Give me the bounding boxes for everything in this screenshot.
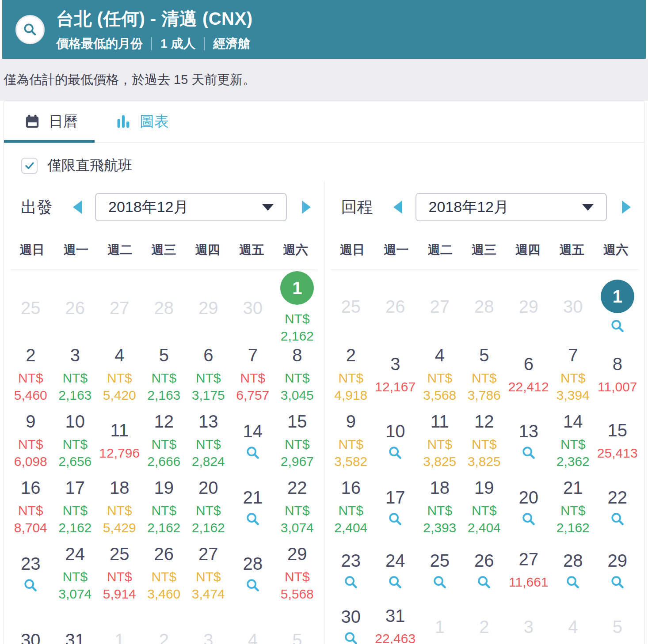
day-cell-1[interactable]: 1 — [595, 271, 640, 342]
prev-month-button[interactable] — [73, 201, 82, 214]
day-cell-7[interactable]: 7NT$6,757 — [231, 342, 275, 408]
search-meta: 價格最低的月份 1 成人 經濟艙 — [56, 35, 253, 52]
day-cell-16[interactable]: 16NT$2,404 — [329, 474, 374, 541]
month-select[interactable]: 2018年12月 — [415, 193, 607, 221]
direct-flights-checkbox[interactable]: 僅限直飛航班 — [21, 156, 132, 175]
day-number: 19 — [154, 479, 174, 496]
day-cell-5: 5 — [595, 600, 640, 644]
day-cell-30[interactable]: 30 — [329, 600, 374, 644]
day-price: 12,796 — [99, 444, 140, 462]
day-cell-31[interactable]: 31 — [53, 607, 98, 644]
day-cell-29[interactable]: 29 — [595, 541, 640, 600]
day-number: 1 — [114, 631, 124, 644]
day-number: 2 — [159, 631, 169, 644]
return-calendar: 回程 2018年12月 週日週一週二週三週四週五週六 2526272829301… — [324, 182, 644, 644]
day-number: 30 — [21, 631, 41, 644]
day-cell-21[interactable]: 21 — [231, 474, 275, 541]
day-number: 22 — [287, 479, 307, 496]
day-number: 28 — [474, 298, 494, 315]
calendar-week-row: 9NT$3,5821011NT$3,82512NT$3,8251314NT$2,… — [329, 408, 640, 474]
day-cell-23[interactable]: 23 — [329, 541, 374, 600]
day-cell-13[interactable]: 13NT$2,824 — [186, 408, 231, 474]
day-cell-16[interactable]: 16NT$8,704 — [8, 474, 53, 541]
weekday-label: 週三 — [462, 242, 506, 258]
day-cell-8[interactable]: 811,007 — [595, 342, 640, 408]
return-month-nav: 回程 2018年12月 — [324, 182, 644, 221]
day-cell-1[interactable]: 1NT$2,162 — [275, 271, 320, 345]
weekday-label: 週一 — [374, 242, 418, 258]
day-cell-28[interactable]: 28 — [551, 541, 595, 600]
day-number: 30 — [341, 608, 361, 625]
day-cell-25[interactable]: 25NT$5,914 — [97, 541, 142, 607]
day-price: NT$3,825 — [423, 436, 456, 470]
day-cell-8[interactable]: 8NT$3,045 — [275, 342, 320, 408]
tab-chart[interactable]: 圖表 — [95, 101, 169, 142]
search-icon[interactable] — [15, 15, 45, 44]
day-cell-21[interactable]: 21NT$2,162 — [551, 474, 595, 541]
day-cell-9[interactable]: 9NT$6,098 — [8, 408, 53, 474]
day-cell-14[interactable]: 14NT$2,362 — [551, 408, 595, 474]
day-cell-9[interactable]: 9NT$3,582 — [329, 408, 374, 474]
next-month-button[interactable] — [622, 201, 631, 214]
search-icon — [388, 445, 403, 460]
day-cell-12[interactable]: 12NT$3,825 — [462, 408, 507, 474]
day-cell-11[interactable]: 11NT$3,825 — [418, 408, 462, 474]
day-cell-10[interactable]: 10 — [373, 408, 418, 474]
prev-month-button[interactable] — [393, 201, 402, 214]
day-cell-27[interactable]: 2711,661 — [507, 541, 551, 600]
day-cell-26[interactable]: 26 — [462, 541, 507, 600]
day-number: 5 — [159, 346, 169, 364]
next-month-button[interactable] — [302, 201, 311, 214]
day-cell-18[interactable]: 18NT$2,393 — [418, 474, 462, 541]
day-cell-20[interactable]: 20NT$2,162 — [186, 474, 231, 541]
day-cell-17[interactable]: 17NT$2,162 — [53, 474, 98, 541]
day-number: 20 — [519, 489, 539, 506]
day-cell-18[interactable]: 18NT$5,429 — [97, 474, 142, 541]
day-cell-29: 29 — [186, 271, 231, 345]
day-cell-3[interactable]: 312,167 — [373, 342, 418, 408]
day-cell-11[interactable]: 1112,796 — [97, 408, 142, 474]
day-cell-5[interactable]: 5NT$3,786 — [462, 342, 507, 408]
day-cell-23[interactable]: 23 — [8, 541, 53, 607]
day-cell-17[interactable]: 17 — [373, 474, 418, 541]
day-cell-14[interactable]: 14 — [231, 408, 275, 474]
day-cell-20[interactable]: 20 — [507, 474, 551, 541]
day-price: NT$5,460 — [14, 369, 47, 404]
day-cell-22[interactable]: 22NT$3,074 — [275, 474, 320, 541]
weekday-label: 週二 — [418, 242, 462, 258]
day-cell-4: 4 — [551, 600, 595, 644]
day-cell-29[interactable]: 29NT$5,568 — [275, 541, 320, 607]
day-cell-15[interactable]: 15NT$2,967 — [275, 408, 320, 474]
day-cell-19[interactable]: 19NT$2,162 — [142, 474, 187, 541]
day-cell-10[interactable]: 10NT$2,656 — [53, 408, 98, 474]
day-cell-4[interactable]: 4NT$3,568 — [418, 342, 462, 408]
day-cell-31[interactable]: 3122,463 — [373, 600, 418, 644]
search-icon — [245, 578, 260, 593]
day-price: NT$2,162 — [192, 502, 225, 536]
day-cell-6[interactable]: 622,412 — [507, 342, 551, 408]
day-cell-24[interactable]: 24 — [373, 541, 418, 600]
day-cell-19[interactable]: 19NT$2,404 — [462, 474, 507, 541]
day-cell-24[interactable]: 24NT$3,074 — [53, 541, 98, 607]
day-cell-28[interactable]: 28 — [231, 541, 275, 607]
day-cell-2[interactable]: 2NT$5,460 — [8, 342, 53, 408]
day-cell-2[interactable]: 2NT$4,918 — [329, 342, 374, 408]
weekday-label: 週日 — [10, 242, 54, 258]
weekday-header-row: 週日週一週二週三週四週五週六 — [331, 242, 638, 269]
day-cell-3[interactable]: 3NT$2,163 — [53, 342, 98, 408]
day-cell-22[interactable]: 22 — [595, 474, 640, 541]
day-cell-4[interactable]: 4NT$5,420 — [97, 342, 142, 408]
day-cell-25[interactable]: 25 — [418, 541, 462, 600]
day-cell-15[interactable]: 1525,413 — [595, 408, 640, 474]
day-number: 31 — [65, 631, 85, 644]
tab-calendar[interactable]: 日曆 — [4, 101, 95, 142]
day-cell-6[interactable]: 6NT$3,175 — [186, 342, 231, 408]
day-cell-7[interactable]: 7NT$3,394 — [551, 342, 595, 408]
day-cell-13[interactable]: 13 — [507, 408, 551, 474]
day-cell-12[interactable]: 12NT$2,666 — [142, 408, 187, 474]
day-cell-27[interactable]: 27NT$3,474 — [186, 541, 231, 607]
day-cell-30[interactable]: 30 — [8, 607, 53, 644]
month-select[interactable]: 2018年12月 — [95, 193, 287, 221]
day-cell-26[interactable]: 26NT$3,460 — [142, 541, 187, 607]
day-cell-5[interactable]: 5NT$2,163 — [142, 342, 187, 408]
